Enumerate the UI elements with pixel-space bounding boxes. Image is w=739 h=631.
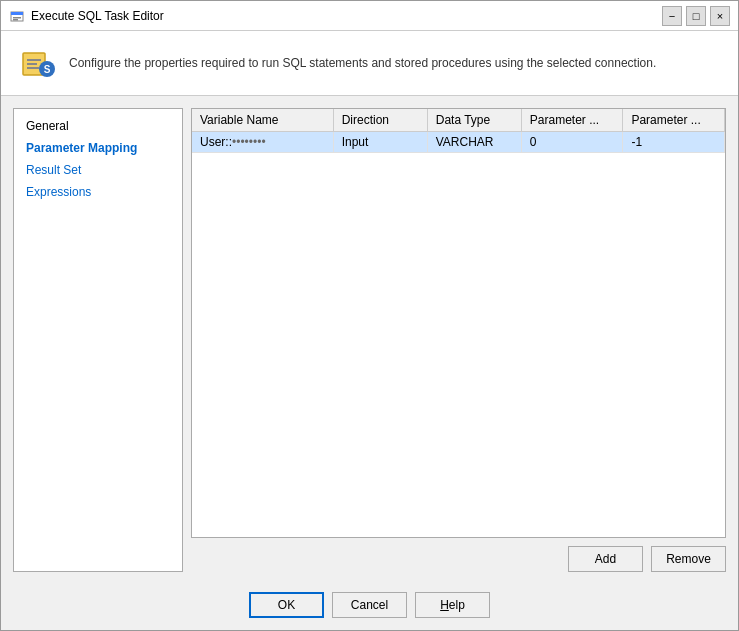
remove-button[interactable]: Remove (651, 546, 726, 572)
main-window: Execute SQL Task Editor − □ × S Configur… (0, 0, 739, 631)
svg-text:S: S (44, 64, 51, 75)
cell-param-size: -1 (623, 132, 725, 153)
content-area: General Parameter Mapping Result Set Exp… (1, 96, 738, 584)
task-icon: S (17, 43, 57, 83)
close-button[interactable]: × (710, 6, 730, 26)
nav-item-expressions[interactable]: Expressions (14, 181, 182, 203)
title-bar: Execute SQL Task Editor − □ × (1, 1, 738, 31)
col-header-variable-name: Variable Name (192, 109, 333, 132)
footer-area: OK Cancel Help (1, 584, 738, 630)
table-action-buttons: Add Remove (191, 546, 726, 572)
cell-direction: Input (333, 132, 427, 153)
svg-rect-6 (27, 63, 37, 65)
svg-rect-3 (13, 19, 18, 21)
col-header-param-name: Parameter ... (521, 109, 623, 132)
minimize-button[interactable]: − (662, 6, 682, 26)
header-area: S Configure the properties required to r… (1, 31, 738, 96)
help-button[interactable]: Help (415, 592, 490, 618)
table-row[interactable]: User::•••••••• Input VARCHAR 0 -1 (192, 132, 725, 153)
table-header-row: Variable Name Direction Data Type Parame… (192, 109, 725, 132)
cancel-button[interactable]: Cancel (332, 592, 407, 618)
svg-rect-1 (11, 12, 23, 15)
col-header-data-type: Data Type (427, 109, 521, 132)
parameter-table-container: Variable Name Direction Data Type Parame… (191, 108, 726, 538)
cell-data-type: VARCHAR (427, 132, 521, 153)
nav-item-general[interactable]: General (14, 115, 182, 137)
svg-rect-7 (27, 67, 39, 69)
variable-name-masked: •••••••• (232, 135, 266, 149)
help-label: Help (440, 598, 465, 612)
parameter-table: Variable Name Direction Data Type Parame… (192, 109, 725, 153)
cell-param-name: 0 (521, 132, 623, 153)
ok-button[interactable]: OK (249, 592, 324, 618)
svg-rect-5 (27, 59, 41, 61)
col-header-param-size: Parameter ... (623, 109, 725, 132)
restore-button[interactable]: □ (686, 6, 706, 26)
left-nav: General Parameter Mapping Result Set Exp… (13, 108, 183, 572)
nav-item-parameter-mapping[interactable]: Parameter Mapping (14, 137, 182, 159)
add-button[interactable]: Add (568, 546, 643, 572)
right-panel: Variable Name Direction Data Type Parame… (191, 108, 726, 572)
header-description: Configure the properties required to run… (69, 55, 656, 72)
window-title: Execute SQL Task Editor (31, 9, 164, 23)
help-underline-h: H (440, 598, 449, 612)
window-icon (9, 8, 25, 24)
title-bar-left: Execute SQL Task Editor (9, 8, 164, 24)
col-header-direction: Direction (333, 109, 427, 132)
svg-rect-2 (13, 17, 21, 19)
nav-item-result-set[interactable]: Result Set (14, 159, 182, 181)
variable-name-text: User:: (200, 135, 232, 149)
title-controls: − □ × (662, 6, 730, 26)
cell-variable-name[interactable]: User::•••••••• (192, 132, 333, 153)
